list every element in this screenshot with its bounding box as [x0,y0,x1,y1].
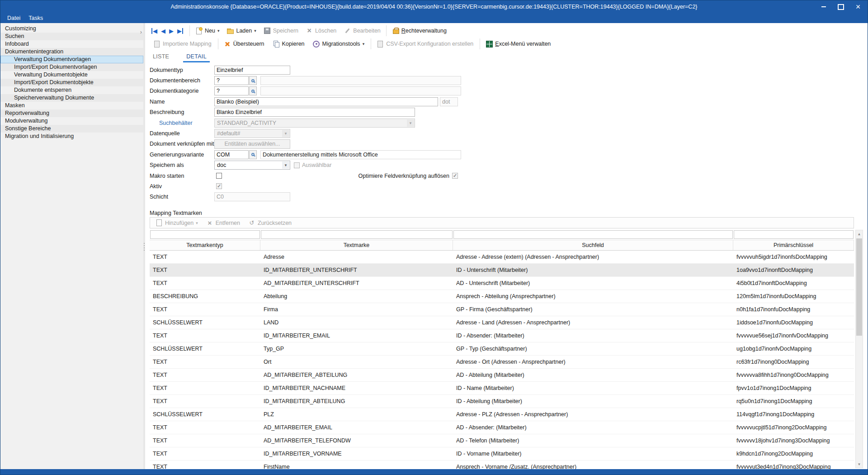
toolbar-button[interactable]: Rechteverwaltung [386,25,450,36]
mapping-toolbar-button[interactable]: Entfernen [203,218,244,228]
table-row[interactable]: TEXT ID_MITARBEITER_NACHNAME ID - Name (… [150,382,854,395]
table-row[interactable]: TEXT ID_MITARBEITER_VORNAME ID - Vorname… [150,447,854,461]
sidebar-item[interactable]: Migration und Initialisierung [0,133,143,140]
dokumentenbereich-lookup-button[interactable] [249,76,257,85]
entitaeten-auswaehlen-button[interactable]: Entitäten auswählen... [214,139,290,149]
sidebar-item[interactable]: Sonstige Bereiche [0,125,143,133]
table-row[interactable]: TEXT Firma GP - Firma (Geschäftspartner)… [150,303,854,316]
column-header-primaerschluessel[interactable]: Primärschlüssel [733,240,854,250]
speichern-als-select[interactable]: doc [214,161,290,170]
sidebar-item[interactable]: Verwaltung Dokumentvorlagen [0,56,143,63]
sidebar-item[interactable]: Dokumente entsperren [0,86,143,94]
toolbar-button[interactable]: Bearbeiten [340,25,384,36]
toolbar-button[interactable]: Übersteuern [218,38,268,49]
toolbar-button[interactable]: Importiere Mapping [150,38,215,49]
menu-item[interactable]: Tasks [24,14,47,22]
form-row-dokumenttyp: Dokumenttyp [150,65,692,75]
generierungsvariante-input[interactable] [214,150,249,159]
tab-liste[interactable]: LISTE [150,52,172,62]
sidebar-collapse-icon[interactable]: › [140,28,142,35]
toolbar-button[interactable]: Neu [189,25,223,36]
table-row[interactable]: TEXT ID_MITARBEITER_ABTEILUNG ID - Abtei… [150,395,854,408]
generierungsvariante-lookup-button[interactable] [249,150,257,159]
mapping-toolbar-button[interactable]: Zurücksetzen [245,218,295,228]
toolbar-button[interactable]: Speichern [260,25,302,36]
makro-starten-checkbox[interactable] [216,173,222,179]
auswaehlbar-label: Auswählbar [302,162,331,168]
nav-previous-record-icon[interactable] [161,28,165,34]
cell-textmarkentyp: TEXT [150,369,260,381]
nav-first-record-icon[interactable] [151,28,157,34]
cell-textmarkentyp: TEXT [150,277,260,290]
table-row[interactable]: TEXT ID_MITARBEITER_UNTERSCHRIFT ID - Un… [150,264,854,277]
filter-primaerschluessel-input[interactable] [734,230,854,239]
table-row[interactable]: TEXT AD_MITARBEITER_ABTEILUNG AD - Abtei… [150,369,854,382]
toolbar-button[interactable]: Löschen [302,25,340,36]
table-row[interactable]: TEXT FirstName Ansprech - Vorname /Zusat… [150,461,854,469]
sidebar-item[interactable]: Suchen [0,33,143,40]
scroll-down-icon[interactable] [856,461,863,468]
cell-primaerschluessel: fvvvvvv18johv1d7inong3DocMapping [733,434,854,447]
sidebar-item[interactable]: Modulverwaltung [0,117,143,125]
filter-suchfeld-input[interactable] [453,230,733,239]
toolbar-button[interactable]: CSV-Export Konfiguration erstellen [371,38,477,49]
scroll-up-icon[interactable] [856,230,863,238]
table-row[interactable]: BESCHREIBUNG Abteilung Ansprech - Abteil… [150,290,854,303]
table-row[interactable]: TEXT AD_MITARBEITER_TELEFONDW AD - Telef… [150,434,854,447]
sidebar-item[interactable]: Verwaltung Dokumentobjekte [0,71,143,79]
table-row[interactable]: TEXT Adresse Adresse - Adresse (extern) … [150,251,854,264]
nav-next-record-icon[interactable] [169,28,174,34]
reset-icon [248,219,255,227]
optimiere-checkbox[interactable] [452,173,458,179]
table-row[interactable]: TEXT ID_MITARBEITER_EMAIL ID - Absender:… [150,329,854,342]
dokumentkategorie-lookup-button[interactable] [249,86,257,95]
suchbehaelter-select[interactable]: STANDARD_ACTIVITY [214,119,415,128]
column-header-suchfeld[interactable]: Suchfeld [453,240,733,250]
sidebar-item[interactable]: Import/Export Dokumentvorlagen [0,63,143,71]
cell-suchfeld: ID - Unterschrift (Mitarbeiter) [453,264,733,276]
sidebar-item[interactable]: Import/Export Dokumentobjekte [0,79,143,86]
aktiv-checkbox[interactable] [216,183,222,189]
name-input[interactable] [214,97,438,106]
toolbar-button[interactable]: Excel-Menü verwalten [480,38,554,49]
sidebar-item[interactable]: Dokumentenintegration [0,48,143,56]
vertical-scrollbar[interactable] [855,230,863,468]
tab-detail[interactable]: DETAIL [183,52,210,62]
table-row[interactable]: SCHLÜSSELWERT LAND Adresse - Land (Adres… [150,316,854,329]
chevron-down-icon [407,119,414,127]
column-header-textmarke[interactable]: Textmarke [260,240,453,250]
sidebar-tree: › Customizing Suchen Infoboard Dokumente… [0,23,143,469]
table-row[interactable]: TEXT AD_MITARBEITER_EMAIL AD - Absender:… [150,421,854,434]
mapping-toolbar-button[interactable]: Hinzufügen [152,218,202,228]
toolbar-button[interactable]: Laden [223,25,259,36]
dokumenttyp-input[interactable] [214,66,290,75]
close-icon[interactable] [849,0,867,13]
menu-item[interactable]: Datei [3,14,24,22]
dokumentkategorie-input[interactable] [214,86,249,95]
dokumentenbereich-input[interactable] [214,76,249,85]
datenquelle-select[interactable]: #default# [214,129,290,138]
table-row[interactable]: SCHLÜSSELWERT Typ_GP GP - Typ (Geschäfts… [150,342,854,356]
table-row[interactable]: TEXT Ort Adresse - Ort (Adressen - Anspr… [150,356,854,369]
filter-textmarke-input[interactable] [261,230,453,239]
minimize-icon[interactable] [815,0,832,13]
sidebar-item[interactable]: Infoboard [0,40,143,48]
column-header-textmarkentyp[interactable]: Textmarkentyp [150,240,260,250]
maximize-icon[interactable] [832,0,849,13]
cell-suchfeld: Adresse - PLZ (Adressen - Ansprechpartne… [453,408,733,421]
sidebar-item[interactable]: Speicherverwaltung Dokumente [0,94,143,102]
scrollbar-thumb[interactable] [856,238,862,336]
suchbehaelter-label[interactable]: Suchbehälter [150,120,214,126]
table-row[interactable]: SCHLÜSSELWERT PLZ Adresse - PLZ (Adresse… [150,408,854,421]
toolbar-button[interactable]: Kopieren [269,38,308,49]
beschreibung-input[interactable] [214,108,415,117]
nav-last-record-icon[interactable] [177,28,183,34]
table-row[interactable]: TEXT AD_MITARBEITER_UNTERSCHRIFT AD - Un… [150,277,854,290]
filter-textmarkentyp-input[interactable] [150,230,260,239]
sidebar-item[interactable]: Reportverwaltung [0,109,143,117]
toolbar-button[interactable]: Migrationstools [309,38,368,49]
auswaehlbar-checkbox[interactable] [294,162,300,168]
sidebar-item[interactable]: Masken [0,102,143,109]
sidebar-item[interactable]: Customizing [0,25,143,33]
form-row-dokumentkategorie: Dokumentkategorie [150,86,692,96]
